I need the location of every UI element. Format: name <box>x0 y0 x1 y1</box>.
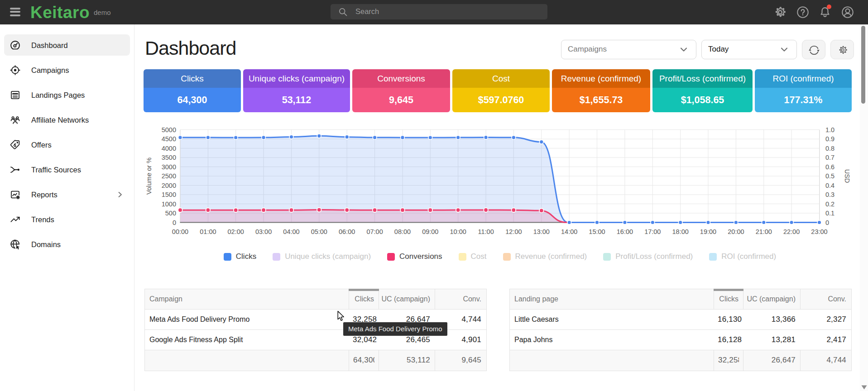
svg-text:09:00: 09:00 <box>422 228 438 235</box>
svg-text:20:00: 20:00 <box>728 228 744 235</box>
svg-text:Volume or %: Volume or % <box>145 157 153 195</box>
svg-text:0.9: 0.9 <box>825 135 834 143</box>
svg-text:0.1: 0.1 <box>825 210 834 217</box>
svg-text:2500: 2500 <box>162 172 176 180</box>
svg-text:15:00: 15:00 <box>589 228 605 235</box>
svg-text:500: 500 <box>165 210 176 217</box>
svg-text:16:00: 16:00 <box>617 228 633 235</box>
svg-text:06:00: 06:00 <box>339 228 355 235</box>
svg-text:4000: 4000 <box>162 145 176 152</box>
svg-text:05:00: 05:00 <box>311 228 327 235</box>
svg-text:0.2: 0.2 <box>825 200 834 208</box>
svg-text:21:00: 21:00 <box>756 228 772 235</box>
svg-text:1.0: 1.0 <box>825 126 834 134</box>
svg-text:1000: 1000 <box>162 200 176 208</box>
svg-text:1500: 1500 <box>162 191 176 198</box>
svg-text:0: 0 <box>173 219 176 226</box>
svg-text:11:00: 11:00 <box>478 228 494 235</box>
svg-text:12:00: 12:00 <box>505 228 522 235</box>
svg-text:19:00: 19:00 <box>700 228 716 235</box>
svg-text:04:00: 04:00 <box>283 228 299 235</box>
svg-text:10:00: 10:00 <box>450 228 466 235</box>
svg-text:13:00: 13:00 <box>533 228 550 235</box>
svg-text:0.8: 0.8 <box>825 145 834 152</box>
svg-text:0.5: 0.5 <box>825 172 834 180</box>
svg-text:0.6: 0.6 <box>825 163 834 171</box>
svg-text:USD: USD <box>844 169 851 183</box>
svg-text:0.4: 0.4 <box>825 182 834 189</box>
svg-text:08:00: 08:00 <box>394 228 411 235</box>
svg-text:3000: 3000 <box>162 163 176 171</box>
svg-text:14:00: 14:00 <box>561 228 577 235</box>
svg-text:03:00: 03:00 <box>255 228 272 235</box>
svg-text:02:00: 02:00 <box>228 228 244 235</box>
svg-text:18:00: 18:00 <box>672 228 689 235</box>
svg-text:00:00: 00:00 <box>172 228 188 235</box>
svg-text:4500: 4500 <box>162 135 176 143</box>
svg-text:07:00: 07:00 <box>366 228 383 235</box>
svg-text:01:00: 01:00 <box>200 228 216 235</box>
svg-text:0.7: 0.7 <box>825 154 834 161</box>
svg-text:5000: 5000 <box>162 126 176 134</box>
svg-text:3500: 3500 <box>162 154 176 161</box>
svg-text:0: 0 <box>825 219 829 226</box>
svg-text:22:00: 22:00 <box>783 228 800 235</box>
svg-text:0.3: 0.3 <box>825 191 834 198</box>
svg-text:2000: 2000 <box>162 182 176 189</box>
svg-text:23:00: 23:00 <box>811 228 827 235</box>
svg-text:17:00: 17:00 <box>644 228 661 235</box>
